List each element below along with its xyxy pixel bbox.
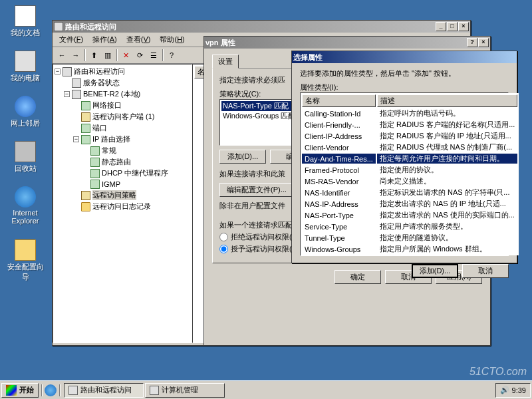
attr-name: Client-Vendor	[302, 142, 376, 152]
table-row[interactable]: Framed-Protocol指定使用的协议。	[302, 165, 517, 175]
tree-node[interactable]: 远程访问日志记录	[55, 201, 190, 212]
clock: 9:39	[512, 386, 526, 394]
select-attribute-dialog: 选择属性 选择要添加的属性类型，然后单击 "添加" 按钮。 属性类型(I): 名…	[291, 51, 517, 263]
attr-desc: 指定标识发出请求的 NAS 的字符串(只...	[377, 188, 518, 198]
rras-titlebar[interactable]: 路由和远程访问 _ □ ×	[53, 21, 470, 33]
minimize-button[interactable]: _	[436, 22, 446, 31]
node-icon	[72, 90, 81, 99]
attr-desc: 指定每周允许用户连接的时间和日期。	[377, 154, 518, 164]
app-icon	[150, 386, 159, 395]
help-button[interactable]: ?	[165, 49, 178, 62]
properties-button[interactable]: ☰	[147, 49, 160, 62]
start-button[interactable]: 开始	[1, 383, 39, 398]
desktop-icon-ie[interactable]: Internet Explorer	[5, 186, 45, 225]
tree-node[interactable]: 远程访问策略	[55, 190, 190, 201]
tab-settings[interactable]: 设置	[212, 55, 239, 68]
tree-node[interactable]: 静态路由	[55, 156, 190, 168]
select-attr-titlebar[interactable]: 选择属性	[292, 51, 517, 63]
close-button[interactable]: ×	[458, 22, 469, 31]
vpn-titlebar[interactable]: vpn 属性 ? ×	[204, 37, 490, 49]
node-icon	[90, 169, 100, 178]
table-row[interactable]: Client-Vendor指定 RADIUS 代理或 NAS 的制造厂商(...	[302, 142, 517, 152]
node-icon	[81, 101, 90, 110]
expand-toggle[interactable]: −	[55, 68, 61, 74]
close-button[interactable]: ×	[478, 38, 489, 47]
table-row[interactable]: Client-Friendly-...指定 RADIUS 客户端的好记名称(只适…	[302, 120, 517, 130]
menu-help[interactable]: 帮助(H)	[156, 34, 188, 45]
tree-node[interactable]: 远程访问客户端 (1)	[55, 111, 190, 122]
tree-node[interactable]: 服务器状态	[55, 77, 190, 88]
icon-label: Internet Explorer	[5, 209, 45, 225]
node-label: DHCP 中继代理程序	[102, 168, 168, 178]
expand-toggle[interactable]: −	[73, 136, 79, 142]
table-row[interactable]: Calling-Station-Id指定呼叫方的电话号码。	[302, 108, 517, 118]
node-icon	[63, 67, 72, 76]
refresh-button[interactable]: ⟳	[133, 49, 146, 62]
edit-profile-button[interactable]: 编辑配置文件(P)...	[219, 183, 294, 197]
cancel-button[interactable]: 取消	[462, 264, 509, 278]
tree-node[interactable]: IGMP	[55, 179, 190, 190]
taskbar-task-rras[interactable]: 路由和远程访问	[64, 383, 144, 398]
system-tray[interactable]: 🔊 9:39	[495, 383, 531, 398]
column-desc[interactable]: 描述	[377, 94, 518, 107]
table-row[interactable]: Day-And-Time-Res...指定每周允许用户连接的时间和日期。	[302, 154, 517, 164]
forward-button[interactable]: →	[69, 49, 82, 62]
windows-logo-icon	[6, 385, 17, 396]
node-icon	[81, 112, 90, 122]
node-icon	[81, 191, 90, 200]
dialog-title: 选择属性	[293, 53, 515, 63]
quicklaunch-ie[interactable]	[45, 384, 57, 396]
node-icon	[90, 158, 100, 167]
maximize-button[interactable]: □	[447, 22, 458, 31]
add-button[interactable]: 添加(D)...	[412, 264, 458, 278]
tree-node[interactable]: 端口	[55, 122, 190, 134]
tree-node[interactable]: −路由和远程访问	[55, 66, 190, 77]
table-row[interactable]: Windows-Groups指定用户所属的 Windows 群组。	[302, 244, 517, 254]
help-button[interactable]: ?	[467, 38, 477, 47]
attr-name: NAS-Identifier	[302, 188, 376, 198]
attr-desc: 指定 RADIUS 代理或 NAS 的制造厂商(...	[377, 142, 518, 152]
delete-button[interactable]: ✕	[119, 49, 132, 62]
column-name[interactable]: 名称	[302, 94, 376, 107]
tray-icon[interactable]: 🔊	[500, 386, 509, 394]
table-row[interactable]: NAS-Identifier指定标识发出请求的 NAS 的字符串(只...	[302, 188, 517, 198]
node-label: IGMP	[102, 180, 120, 188]
table-row[interactable]: MS-RAS-Vendor尚未定义描述。	[302, 176, 517, 186]
desktop-icon-network[interactable]: 网上邻居	[5, 96, 45, 128]
taskbar-task-compmgmt[interactable]: 计算机管理	[145, 383, 225, 398]
desktop-icon-my-documents[interactable]: 我的文档	[5, 5, 45, 38]
node-icon	[81, 135, 90, 144]
tree-node[interactable]: −BENET-R2 (本地)	[55, 88, 190, 100]
tree-view[interactable]: −路由和远程访问服务器状态−BENET-R2 (本地)网络接口远程访问客户端 (…	[53, 64, 192, 343]
menu-action[interactable]: 操作(A)	[88, 34, 121, 45]
table-row[interactable]: NAS-IP-Address指定发出请求的 NAS 的 IP 地址(只适...	[302, 199, 517, 209]
up-button[interactable]: ⬆	[87, 49, 100, 62]
menu-view[interactable]: 查看(V)	[122, 34, 155, 45]
attr-desc: 指定发出请求的 NAS 使用的实际端口的...	[377, 210, 518, 220]
back-button[interactable]: ←	[55, 49, 68, 62]
attribute-list[interactable]: 名称描述 Calling-Station-Id指定呼叫方的电话号码。Client…	[301, 93, 519, 255]
table-row[interactable]: Tunnel-Type指定使用的隧道协议。	[302, 233, 517, 243]
desktop-icon-security-wizard[interactable]: 安全配置向导	[5, 239, 45, 282]
document-icon	[15, 5, 36, 27]
expand-toggle[interactable]: −	[64, 91, 70, 97]
icon-label: 安全配置向导	[5, 262, 45, 282]
tree-node[interactable]: 网络接口	[55, 100, 190, 111]
tree-node[interactable]: 常规	[55, 145, 190, 156]
desktop-icon-my-computer[interactable]: 我的电脑	[5, 51, 45, 83]
tree-node[interactable]: −IP 路由选择	[55, 134, 190, 145]
attr-desc: 指定发出请求的 NAS 的 IP 地址(只适...	[377, 199, 518, 209]
attr-name: NAS-Port-Type	[302, 210, 376, 220]
tree-node[interactable]: DHCP 中继代理程序	[55, 168, 190, 179]
ie-icon	[15, 186, 36, 207]
add-condition-button[interactable]: 添加(D)...	[219, 150, 266, 164]
table-row[interactable]: NAS-Port-Type指定发出请求的 NAS 使用的实际端口的...	[302, 210, 517, 220]
table-row[interactable]: Service-Type指定用户请求的服务类型。	[302, 221, 517, 231]
globe-icon	[15, 96, 36, 117]
desktop-icon-recycle[interactable]: 回收站	[5, 141, 45, 174]
table-row[interactable]: Client-IP-Address指定 RADIUS 客户端的 IP 地址(只适…	[302, 131, 517, 141]
menu-file[interactable]: 文件(F)	[55, 34, 87, 45]
attr-name: Service-Type	[302, 221, 376, 231]
instruction-text: 选择要添加的属性类型，然后单击 "添加" 按钮。	[300, 68, 509, 78]
show-hide-button[interactable]: ▥	[101, 49, 114, 62]
